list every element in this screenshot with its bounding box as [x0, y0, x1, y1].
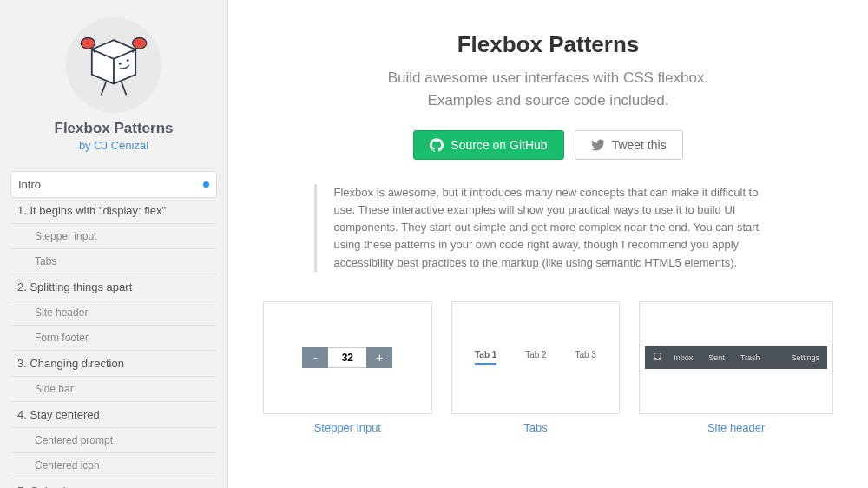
nav-item[interactable]: Centered icon: [10, 453, 217, 478]
sidebar-nav: Intro1. It begins with "display: flex"St…: [0, 171, 227, 488]
tab-item: Tab 3: [575, 350, 595, 365]
nav-item-label: Side bar: [35, 383, 74, 395]
card-preview: - +: [263, 301, 432, 414]
card-label: Site header: [639, 421, 833, 434]
nav-item-label: 1. It begins with "display: flex": [17, 204, 166, 217]
nav-item-label: 2. Splitting things apart: [17, 280, 132, 293]
sidebar-header: Flexbox Patterns by CJ Cenizal: [0, 0, 227, 171]
nav-item[interactable]: 3. Changing direction: [10, 351, 217, 377]
nav-item-label: 3. Changing direction: [17, 357, 124, 370]
nav-item[interactable]: Site header: [10, 300, 217, 326]
stepper-preview: - +: [302, 347, 392, 368]
nav-item[interactable]: 5. Going in reverse: [10, 478, 217, 488]
nav-item[interactable]: 1. It begins with "display: flex": [10, 198, 217, 224]
nav-item-label: Site header: [35, 307, 88, 319]
nav-item[interactable]: Intro: [10, 171, 217, 198]
nav-item-label: Centered prompt: [35, 434, 113, 446]
nav-item[interactable]: 2. Splitting things apart: [10, 274, 217, 300]
nav-item-label: Form footer: [35, 332, 89, 344]
intro-paragraph: Flexbox is awesome, but it introduces ma…: [314, 184, 783, 272]
example-cards: - + Stepper input Tab 1 Tab 2 Tab 3 Tabs: [263, 301, 833, 434]
card-preview: Inbox Sent Trash Settings: [639, 301, 833, 414]
nav-item-label: Stepper input: [35, 230, 96, 242]
card-tabs[interactable]: Tab 1 Tab 2 Tab 3 Tabs: [451, 301, 621, 434]
svg-point-4: [81, 38, 95, 49]
nav-item[interactable]: Form footer: [10, 326, 217, 351]
github-icon: [430, 138, 444, 152]
header-item: Inbox: [666, 353, 700, 362]
cube-boxer-logo: [75, 26, 153, 104]
nav-item-label: Centered icon: [35, 459, 100, 472]
tab-item: Tab 2: [525, 350, 546, 365]
nav-item[interactable]: Side bar: [10, 377, 217, 402]
nav-item-label: Tabs: [35, 255, 56, 267]
svg-point-3: [127, 59, 129, 62]
nav-item-label: Intro: [18, 178, 41, 191]
card-stepper-input[interactable]: - + Stepper input: [263, 301, 432, 434]
header-item: Sent: [700, 353, 733, 362]
nav-item[interactable]: Tabs: [10, 249, 217, 274]
nav-item[interactable]: Centered prompt: [10, 428, 217, 453]
nav-item[interactable]: 4. Stay centered: [10, 402, 217, 428]
source-github-button[interactable]: Source on GitHub: [413, 130, 563, 160]
card-label: Stepper input: [263, 421, 432, 434]
page-title: Flexbox Patterns: [263, 31, 833, 58]
svg-line-9: [122, 82, 126, 95]
header-item: Trash: [733, 353, 768, 362]
button-row: Source on GitHub Tweet this: [263, 130, 833, 160]
card-site-header[interactable]: Inbox Sent Trash Settings Site header: [639, 301, 833, 434]
sidebar-byline[interactable]: by CJ Cenizal: [9, 139, 219, 152]
logo-circle: [66, 17, 161, 113]
main-content: Flexbox Patterns Build awesome user inte…: [228, 0, 868, 488]
stepper-plus-button: +: [366, 347, 392, 368]
card-label: Tabs: [451, 421, 621, 434]
header-item: Settings: [783, 353, 827, 362]
inbox-icon: [645, 352, 666, 363]
sidebar-title: Flexbox Patterns: [9, 120, 219, 137]
svg-point-5: [133, 38, 147, 49]
twitter-icon: [591, 138, 605, 152]
site-header-preview: Inbox Sent Trash Settings: [645, 346, 827, 369]
nav-item-label: 5. Going in reverse: [17, 485, 113, 488]
stepper-minus-button: -: [302, 347, 328, 368]
tweet-button[interactable]: Tweet this: [575, 130, 683, 160]
tab-item: Tab 1: [475, 350, 496, 365]
card-preview: Tab 1 Tab 2 Tab 3: [451, 301, 621, 414]
active-indicator-dot: [203, 181, 209, 188]
tabs-preview: Tab 1 Tab 2 Tab 3: [461, 350, 611, 365]
svg-point-2: [119, 63, 122, 65]
stepper-value: [328, 347, 366, 368]
sidebar: Flexbox Patterns by CJ Cenizal Intro1. I…: [0, 0, 228, 488]
svg-line-8: [102, 82, 106, 95]
page-subtitle: Build awesome user interfaces with CSS f…: [263, 67, 833, 111]
nav-item-label: 4. Stay centered: [17, 408, 100, 421]
nav-item[interactable]: Stepper input: [10, 224, 217, 249]
